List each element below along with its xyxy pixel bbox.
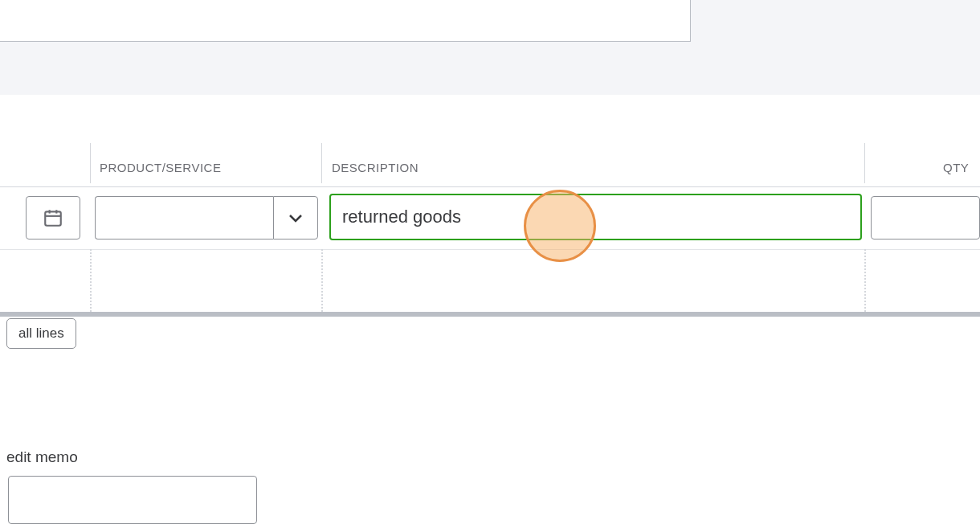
column-divider-dotted	[321, 249, 323, 312]
column-divider-dotted	[90, 249, 92, 312]
column-header-description: DESCRIPTION	[332, 161, 419, 174]
qty-input[interactable]	[871, 196, 980, 239]
column-header-product-service: PRODUCT/SERVICE	[100, 161, 221, 174]
svg-rect-0	[45, 211, 61, 225]
row-border	[0, 186, 980, 187]
column-divider	[321, 143, 322, 183]
column-header-qty: QTY	[943, 161, 969, 174]
product-service-field	[95, 196, 318, 239]
edit-memo-label: edit memo	[6, 448, 78, 466]
memo-textarea[interactable]	[8, 476, 257, 524]
row-border	[0, 249, 980, 250]
calendar-icon	[43, 207, 63, 228]
column-divider-dotted	[864, 249, 866, 312]
column-divider	[864, 143, 865, 183]
product-service-dropdown-button[interactable]	[273, 196, 318, 239]
top-white-box	[0, 0, 691, 42]
table-bottom-bar	[0, 312, 980, 317]
description-input[interactable]	[329, 194, 862, 240]
chevron-down-icon	[288, 213, 303, 223]
column-divider	[90, 143, 91, 183]
all-lines-button[interactable]: all lines	[6, 318, 76, 349]
date-picker-button[interactable]	[26, 196, 80, 239]
product-service-input[interactable]	[95, 196, 273, 239]
